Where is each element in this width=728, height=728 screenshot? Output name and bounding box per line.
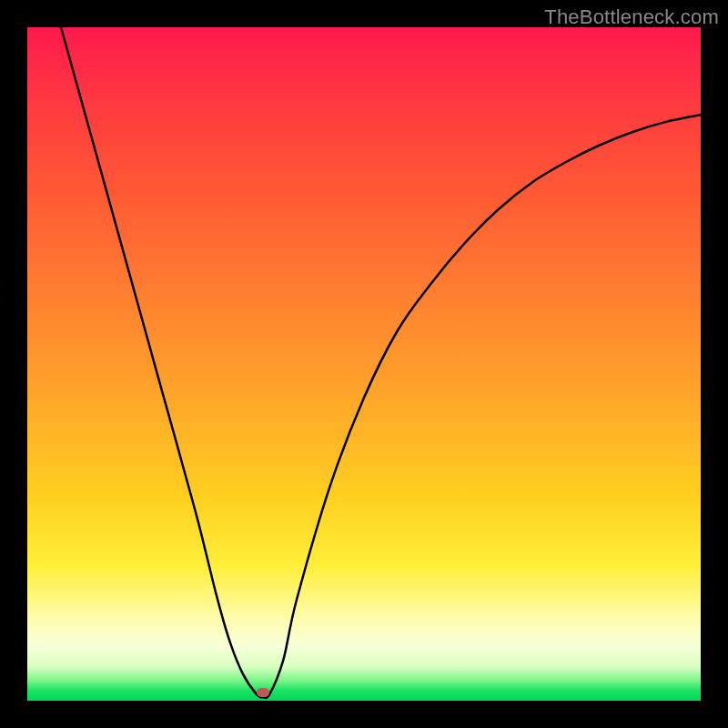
bottleneck-curve	[27, 27, 701, 701]
watermark-text: TheBottleneck.com	[544, 5, 719, 29]
min-bottleneck-marker	[257, 688, 269, 697]
chart-frame: TheBottleneck.com	[0, 0, 728, 728]
chart-plot-area	[27, 27, 701, 701]
